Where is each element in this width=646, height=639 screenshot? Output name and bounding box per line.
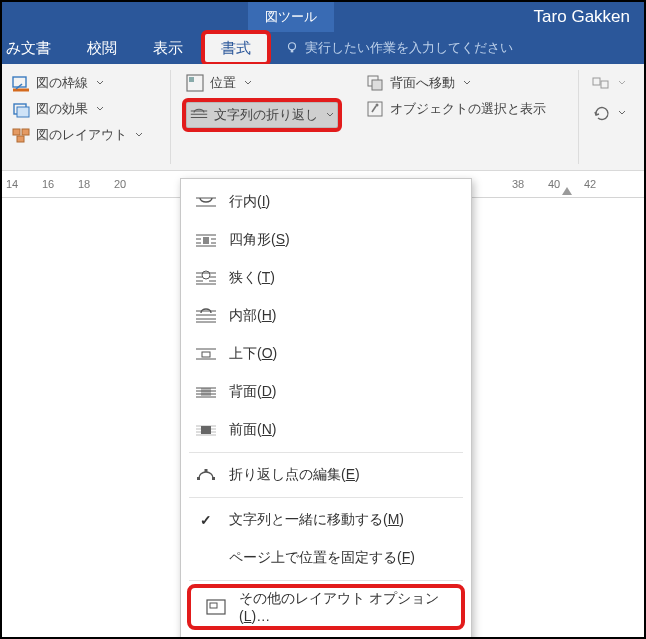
cmd-wrap-text-label: 文字列の折り返し bbox=[214, 106, 318, 124]
edit-wrap-points-icon bbox=[195, 467, 217, 483]
title-bar: 図ツール Taro Gakken bbox=[2, 2, 644, 32]
title-user: Taro Gakken bbox=[334, 2, 644, 32]
svg-rect-22 bbox=[205, 469, 208, 472]
cmd-picture-layout[interactable]: 図のレイアウト bbox=[8, 122, 147, 148]
cmd-position[interactable]: 位置 bbox=[182, 70, 342, 96]
tab-view[interactable]: 表示 bbox=[135, 32, 201, 64]
mi-topbottom[interactable]: 上下(O) bbox=[181, 335, 471, 373]
cmd-picture-effects-label: 図の効果 bbox=[36, 100, 88, 118]
tell-me[interactable]: 実行したい作業を入力してください bbox=[271, 32, 513, 64]
mi-edit-wrap-points[interactable]: 折り返し点の編集(E) bbox=[181, 456, 471, 494]
svg-rect-20 bbox=[197, 477, 200, 480]
position-icon bbox=[186, 74, 204, 92]
tab-format[interactable]: 書式 bbox=[201, 30, 271, 66]
mi-edit-wrap-points-label: 折り返し点の編集(E) bbox=[229, 466, 360, 484]
group-arrange-left: 位置 文字列の折り返し bbox=[182, 70, 342, 132]
mi-fix-position[interactable]: ページ上で位置を固定する(F) bbox=[181, 539, 471, 577]
ruler-tick: 42 bbox=[572, 178, 608, 190]
menu-separator bbox=[189, 580, 463, 581]
selection-pane-icon bbox=[366, 100, 384, 118]
ribbon-tabstrip: み文書 校閲 表示 書式 実行したい作業を入力してください bbox=[2, 32, 644, 64]
mi-inline[interactable]: 行内(I) bbox=[181, 183, 471, 221]
ribbon-separator bbox=[578, 70, 579, 164]
svg-rect-19 bbox=[201, 426, 211, 434]
wrap-through-icon bbox=[195, 308, 217, 324]
group-picture-styles: 図の枠線 図の効果 図のレイアウト bbox=[8, 70, 147, 148]
send-backward-icon bbox=[366, 74, 384, 92]
title-spacer bbox=[2, 2, 248, 32]
chevron-down-icon bbox=[96, 105, 104, 113]
tab-review-label: 校閲 bbox=[87, 39, 117, 58]
mi-tight-label: 狭く(T) bbox=[229, 269, 275, 287]
wrap-square-icon bbox=[195, 232, 217, 248]
svg-rect-16 bbox=[203, 237, 209, 244]
mi-set-default-layout[interactable]: 既定のレイアウトとして設定(A) bbox=[181, 632, 471, 639]
group-misc bbox=[588, 70, 630, 126]
svg-rect-17 bbox=[202, 352, 210, 357]
mi-through[interactable]: 内部(H) bbox=[181, 297, 471, 335]
wrap-tight-icon bbox=[195, 270, 217, 286]
ruler-tick: 18 bbox=[66, 178, 102, 190]
menu-separator bbox=[189, 452, 463, 453]
ruler-ticks-left: 14 16 18 20 bbox=[0, 171, 138, 197]
tab-view-label: 表示 bbox=[153, 39, 183, 58]
picture-effects-icon bbox=[12, 100, 30, 118]
ruler-tick: 20 bbox=[102, 178, 138, 190]
chevron-down-icon bbox=[618, 109, 626, 117]
mi-more-layout-options[interactable]: その他のレイアウト オプション(L)… bbox=[187, 584, 465, 630]
ruler-indent-marker-icon[interactable] bbox=[562, 187, 572, 195]
tab-format-label: 書式 bbox=[221, 39, 251, 58]
tab-review[interactable]: 校閲 bbox=[69, 32, 135, 64]
cmd-position-label: 位置 bbox=[210, 74, 236, 92]
wrap-front-icon bbox=[195, 422, 217, 438]
mi-move-with-text-label: 文字列と一緒に移動する(M) bbox=[229, 511, 404, 529]
group-arrange-right: 背面へ移動 オブジェクトの選択と表示 bbox=[362, 70, 550, 122]
cmd-selection-pane-label: オブジェクトの選択と表示 bbox=[390, 100, 546, 118]
mi-behind-label: 背面(D) bbox=[229, 383, 276, 401]
ruler-tick: 16 bbox=[30, 178, 66, 190]
menu-separator bbox=[189, 497, 463, 498]
svg-rect-18 bbox=[201, 388, 211, 396]
mi-tight[interactable]: 狭く(T) bbox=[181, 259, 471, 297]
cmd-send-backward-label: 背面へ移動 bbox=[390, 74, 455, 92]
svg-rect-21 bbox=[212, 477, 215, 480]
ribbon-separator bbox=[170, 70, 171, 164]
svg-rect-5 bbox=[13, 129, 20, 135]
svg-rect-12 bbox=[368, 102, 382, 116]
svg-point-13 bbox=[376, 104, 379, 107]
mi-more-layout-options-label: その他のレイアウト オプション(L)… bbox=[239, 590, 447, 624]
cmd-send-backward[interactable]: 背面へ移動 bbox=[362, 70, 550, 96]
wrap-topbottom-icon bbox=[195, 346, 217, 362]
tab-reading[interactable]: み文書 bbox=[2, 32, 69, 64]
picture-layout-icon bbox=[12, 126, 30, 144]
tab-reading-label: み文書 bbox=[6, 39, 51, 58]
wrap-text-icon bbox=[190, 106, 208, 124]
mi-fix-position-label: ページ上で位置を固定する(F) bbox=[229, 549, 415, 567]
mi-inline-label: 行内(I) bbox=[229, 193, 270, 211]
cmd-group[interactable] bbox=[588, 70, 630, 96]
svg-rect-11 bbox=[372, 80, 382, 90]
cmd-picture-outline[interactable]: 図の枠線 bbox=[8, 70, 147, 96]
chevron-down-icon bbox=[326, 111, 334, 119]
svg-rect-1 bbox=[291, 50, 294, 53]
cmd-picture-effects[interactable]: 図の効果 bbox=[8, 96, 147, 122]
wrap-text-menu: 行内(I) 四角形(S) 狭く(T) 内部(H) 上下(O) 背面(D) 前面(… bbox=[180, 178, 472, 639]
contextual-tab-text: 図ツール bbox=[265, 8, 317, 26]
svg-rect-7 bbox=[17, 136, 24, 142]
mi-front[interactable]: 前面(N) bbox=[181, 411, 471, 449]
wrap-inline-icon bbox=[195, 194, 217, 210]
cmd-wrap-text[interactable]: 文字列の折り返し bbox=[182, 98, 342, 132]
checkmark-icon: ✓ bbox=[195, 512, 217, 528]
svg-point-0 bbox=[289, 43, 296, 50]
mi-square-label: 四角形(S) bbox=[229, 231, 290, 249]
mi-square[interactable]: 四角形(S) bbox=[181, 221, 471, 259]
lightbulb-icon bbox=[285, 41, 299, 55]
mi-move-with-text[interactable]: ✓ 文字列と一緒に移動する(M) bbox=[181, 501, 471, 539]
ruler-tick: 14 bbox=[0, 178, 30, 190]
ruler-ticks-right: 38 40 42 bbox=[500, 171, 608, 197]
cmd-selection-pane[interactable]: オブジェクトの選択と表示 bbox=[362, 96, 550, 122]
group-icon bbox=[592, 74, 610, 92]
svg-rect-14 bbox=[593, 78, 600, 85]
mi-behind[interactable]: 背面(D) bbox=[181, 373, 471, 411]
cmd-rotate[interactable] bbox=[588, 100, 630, 126]
